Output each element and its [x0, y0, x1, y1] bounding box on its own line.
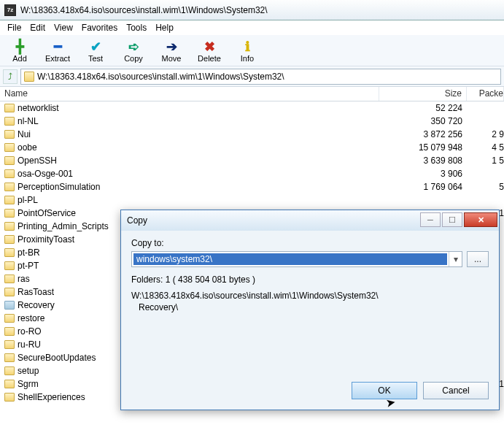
folder-icon — [4, 380, 15, 388]
folder-icon — [4, 340, 15, 349]
copy-button[interactable]: ➪Copy — [118, 38, 149, 64]
item-packed: 1 5 — [467, 156, 504, 166]
item-packed: 5 — [467, 182, 504, 192]
item-size: 350 720 — [379, 116, 467, 126]
item-name: Nui — [18, 129, 379, 139]
test-button[interactable]: ✔Test — [80, 38, 111, 64]
folder-icon — [4, 353, 15, 362]
col-name[interactable]: Name — [0, 87, 379, 101]
col-packed[interactable]: Packe — [467, 87, 504, 101]
item-packed: 2 9 — [467, 129, 504, 139]
item-name: oobe — [18, 142, 379, 153]
menu-tools[interactable]: Tools — [126, 23, 147, 33]
browse-button[interactable]: ... — [467, 251, 489, 267]
copy-to-label: Copy to: — [131, 238, 489, 248]
item-size: 52 224 — [379, 103, 467, 113]
cancel-button[interactable]: Cancel — [423, 382, 489, 399]
dialog-title: Copy — [127, 215, 420, 226]
menu-help[interactable]: Help — [155, 23, 174, 33]
delete-icon: ✖ — [201, 39, 218, 54]
folder-icon — [24, 72, 34, 82]
add-button[interactable]: ╋Add — [4, 38, 35, 64]
ok-button[interactable]: OK — [352, 382, 417, 399]
item-name: OpenSSH — [18, 156, 379, 166]
up-icon[interactable]: ⤴ — [3, 69, 18, 84]
list-item[interactable]: pl-PL — [0, 193, 504, 207]
folder-icon — [4, 248, 15, 257]
address-input[interactable]: W:\18363.418x64.iso\sources\install.wim\… — [20, 69, 501, 85]
folder-icon — [4, 393, 15, 402]
list-item[interactable]: Nui3 872 2562 9 — [0, 128, 504, 141]
dialog-titlebar[interactable]: Copy ─ ☐ ✕ — [121, 210, 499, 231]
folder-icon — [4, 274, 15, 283]
folder-icon — [4, 235, 15, 244]
destination-input[interactable]: windows\system32\ ▾ — [131, 251, 462, 267]
item-size: 3 639 808 — [379, 156, 467, 166]
app-icon: 7z — [4, 4, 16, 16]
menubar: File Edit View Favorites Tools Help — [0, 20, 504, 35]
list-item[interactable]: nl-NL350 720 — [0, 115, 504, 128]
folder-icon — [4, 314, 15, 323]
item-size: 3 872 256 — [379, 129, 467, 139]
window-title: W:\18363.418x64.iso\sources\install.wim\… — [20, 5, 268, 15]
item-name: pl-PL — [18, 195, 379, 205]
column-headers: Name Size Packe — [0, 87, 504, 101]
folder-icon — [4, 169, 15, 178]
check-icon: ✔ — [87, 39, 104, 54]
list-item[interactable]: osa-Osge-0013 906 — [0, 167, 504, 180]
toolbar: ╋Add ━Extract ✔Test ➪Copy ➔Move ✖Delete … — [0, 35, 504, 66]
folder-icon — [4, 196, 15, 204]
chevron-down-icon[interactable]: ▾ — [449, 252, 462, 266]
folder-icon — [4, 301, 15, 310]
info-icon: ℹ — [239, 39, 256, 54]
folder-icon — [4, 261, 15, 270]
menu-view[interactable]: View — [54, 23, 73, 33]
address-text: W:\18363.418x64.iso\sources\install.wim\… — [37, 72, 284, 82]
list-item[interactable]: networklist52 224 — [0, 101, 504, 115]
folder-icon — [4, 366, 15, 375]
folder-icon — [4, 183, 15, 191]
window-titlebar: 7z W:\18363.418x64.iso\sources\install.w… — [0, 0, 504, 20]
folder-icon — [4, 104, 15, 112]
address-row: ⤴ W:\18363.418x64.iso\sources\install.wi… — [0, 66, 504, 87]
destination-value: windows\system32\ — [133, 253, 447, 265]
col-size[interactable]: Size — [379, 87, 467, 101]
move-button[interactable]: ➔Move — [156, 38, 187, 64]
copy-dialog: Copy ─ ☐ ✕ Copy to: windows\system32\ ▾ … — [120, 210, 500, 410]
folder-icon — [4, 130, 15, 139]
item-size: 1 769 064 — [379, 182, 467, 192]
item-size: 15 079 948 — [379, 142, 467, 153]
item-size: 3 906 — [379, 169, 467, 179]
menu-favorites[interactable]: Favorites — [82, 23, 117, 33]
list-item[interactable]: PerceptionSimulation1 769 0645 — [0, 180, 504, 193]
list-item[interactable]: oobe15 079 9484 5 — [0, 141, 504, 154]
folder-icon — [4, 222, 15, 231]
item-name: networklist — [18, 103, 379, 113]
source-path: W:\18363.418x64.iso\sources\install.wim\… — [131, 291, 489, 313]
item-packed: 4 5 — [467, 142, 504, 153]
copy-arrow-icon: ➪ — [125, 39, 142, 54]
menu-edit[interactable]: Edit — [30, 23, 45, 33]
extract-button[interactable]: ━Extract — [42, 38, 73, 64]
folder-icon — [4, 327, 15, 336]
menu-file[interactable]: File — [7, 23, 21, 33]
item-name: osa-Osge-001 — [18, 169, 379, 179]
list-item[interactable]: OpenSSH3 639 8081 5 — [0, 154, 504, 167]
minimize-button[interactable]: ─ — [420, 212, 441, 227]
item-name: PerceptionSimulation — [18, 182, 379, 192]
maximize-button[interactable]: ☐ — [442, 212, 462, 227]
info-button[interactable]: ℹInfo — [232, 38, 263, 64]
folder-icon — [4, 288, 15, 296]
item-name: nl-NL — [18, 116, 379, 126]
folder-icon — [4, 117, 15, 126]
folder-icon — [4, 156, 15, 165]
move-arrow-icon: ➔ — [163, 39, 180, 54]
folder-icon — [4, 209, 15, 218]
close-button[interactable]: ✕ — [464, 212, 497, 227]
plus-icon: ╋ — [11, 39, 28, 54]
folder-icon — [4, 143, 15, 152]
folder-info: Folders: 1 ( 438 504 081 bytes ) — [131, 274, 489, 285]
delete-button[interactable]: ✖Delete — [194, 38, 225, 64]
minus-icon: ━ — [49, 39, 66, 54]
